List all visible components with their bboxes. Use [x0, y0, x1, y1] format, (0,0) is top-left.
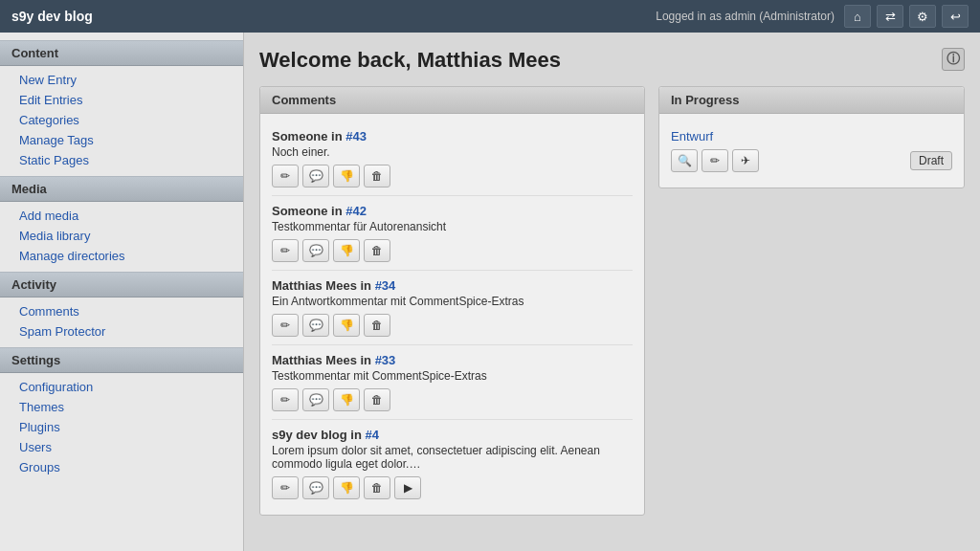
in-progress-actions: 🔍 ✏ ✈ Draft — [671, 149, 952, 172]
in-progress-panel-header: In Progress — [659, 87, 964, 114]
comment-author: Matthias Mees in #33 — [272, 353, 633, 367]
comment-actions: ✏ 💬 👎 🗑 — [272, 165, 633, 187]
next-comment-button[interactable]: ▶ — [394, 476, 421, 499]
draft-badge: Draft — [910, 151, 952, 170]
edit-comment-button[interactable]: ✏ — [272, 314, 299, 337]
comment-post-link[interactable]: #33 — [375, 353, 396, 367]
delete-comment-button[interactable]: 🗑 — [364, 239, 390, 262]
edit-comment-button[interactable]: ✏ — [272, 239, 299, 262]
sidebar-group-media: Media Add media Media library Manage dir… — [0, 176, 243, 266]
publish-entry-button[interactable]: ✈ — [732, 149, 759, 172]
reply-comment-button[interactable]: 💬 — [302, 388, 329, 411]
logout-icon-button[interactable]: ↩ — [942, 5, 969, 28]
edit-comment-button[interactable]: ✏ — [272, 388, 299, 411]
comment-author: Someone in #42 — [272, 204, 633, 218]
edit-comment-button[interactable]: ✏ — [272, 476, 299, 499]
flag-comment-button[interactable]: 👎 — [333, 476, 360, 499]
comments-panel-body: Someone in #43 Noch einer. ✏ 💬 👎 🗑 — [260, 114, 644, 515]
sidebar-item-categories[interactable]: Categories — [0, 110, 243, 130]
topbar: s9y dev blog Logged in as admin (Adminis… — [0, 0, 980, 33]
main-content: Welcome back, Matthias Mees ⓘ Comments S… — [244, 33, 980, 551]
sidebar-item-plugins[interactable]: Plugins — [0, 417, 243, 437]
delete-comment-button[interactable]: 🗑 — [364, 165, 390, 187]
layout: Content New Entry Edit Entries Categorie… — [0, 33, 980, 551]
comment-actions: ✏ 💬 👎 🗑 — [272, 314, 633, 337]
comment-author: Matthias Mees in #34 — [272, 278, 633, 293]
sidebar-group-content: Content New Entry Edit Entries Categorie… — [0, 40, 243, 170]
in-progress-entry-link[interactable]: Entwurf — [671, 129, 713, 143]
comment-post-link[interactable]: #34 — [375, 278, 396, 293]
in-progress-panel: In Progress Entwurf 🔍 ✏ ✈ Draft — [658, 86, 965, 188]
comment-text: Noch einer. — [272, 145, 633, 159]
page-title: Welcome back, Matthias Mees — [259, 48, 561, 73]
edit-entry-button[interactable]: ✏ — [702, 149, 728, 172]
comment-text: Lorem ipsum dolor sit amet, consectetuer… — [272, 444, 633, 471]
page-header: Welcome back, Matthias Mees ⓘ — [259, 48, 965, 73]
comment-post-link[interactable]: #4 — [366, 428, 379, 442]
sidebar-item-new-entry[interactable]: New Entry — [0, 70, 243, 90]
settings-icon-button[interactable]: ⚙ — [909, 5, 936, 28]
in-progress-item: Entwurf 🔍 ✏ ✈ Draft — [671, 121, 952, 180]
comment-text: Testkommentar mit CommentSpice-Extras — [272, 369, 633, 383]
comment-item: Someone in #42 Testkommentar für Autoren… — [272, 196, 633, 271]
sidebar-item-themes[interactable]: Themes — [0, 397, 243, 417]
comments-panel-header: Comments — [260, 87, 644, 114]
comment-item: Someone in #43 Noch einer. ✏ 💬 👎 🗑 — [272, 121, 633, 196]
comment-actions: ✏ 💬 👎 🗑 — [272, 388, 633, 411]
sidebar-group-activity: Activity Comments Spam Protector — [0, 272, 243, 342]
sidebar-group-settings: Settings Configuration Themes Plugins Us… — [0, 347, 243, 477]
sidebar-item-configuration[interactable]: Configuration — [0, 377, 243, 397]
sidebar-item-groups[interactable]: Groups — [0, 457, 243, 477]
sidebar-item-add-media[interactable]: Add media — [0, 206, 243, 226]
sidebar-item-edit-entries[interactable]: Edit Entries — [0, 90, 243, 110]
sidebar-section-settings: Settings — [0, 347, 243, 373]
reply-comment-button[interactable]: 💬 — [302, 239, 329, 262]
comment-author: s9y dev blog in #4 — [272, 428, 633, 442]
comment-post-link[interactable]: #43 — [345, 129, 367, 143]
comment-item: Matthias Mees in #34 Ein Antwortkommenta… — [272, 271, 633, 345]
delete-comment-button[interactable]: 🗑 — [364, 388, 390, 411]
flag-comment-button[interactable]: 👎 — [333, 388, 360, 411]
sidebar-item-media-library[interactable]: Media library — [0, 226, 243, 246]
sidebar: Content New Entry Edit Entries Categorie… — [0, 33, 244, 551]
home-icon-button[interactable]: ⌂ — [844, 5, 871, 28]
delete-comment-button[interactable]: 🗑 — [364, 476, 390, 499]
topbar-right: Logged in as admin (Administrator) ⌂ ⇄ ⚙… — [656, 5, 969, 28]
comment-item: Matthias Mees in #33 Testkommentar mit C… — [272, 345, 633, 420]
edit-comment-button[interactable]: ✏ — [272, 165, 299, 187]
sidebar-item-manage-directories[interactable]: Manage directories — [0, 246, 243, 266]
comment-text: Testkommentar für Autorenansicht — [272, 220, 633, 233]
in-progress-panel-body: Entwurf 🔍 ✏ ✈ Draft — [659, 114, 964, 187]
search-entry-button[interactable]: 🔍 — [671, 149, 698, 172]
content-columns: Comments Someone in #43 Noch einer. ✏ 💬 — [259, 86, 965, 516]
sidebar-section-media: Media — [0, 176, 243, 202]
reply-comment-button[interactable]: 💬 — [302, 476, 329, 499]
sidebar-item-static-pages[interactable]: Static Pages — [0, 150, 243, 170]
comment-post-link[interactable]: #42 — [345, 204, 367, 218]
comment-actions: ✏ 💬 👎 🗑 — [272, 239, 633, 262]
topbar-user-info: Logged in as admin (Administrator) — [656, 10, 835, 23]
reply-comment-button[interactable]: 💬 — [302, 165, 329, 187]
comments-panel: Comments Someone in #43 Noch einer. ✏ 💬 — [259, 86, 645, 516]
sidebar-section-activity: Activity — [0, 272, 243, 298]
sidebar-item-spam-protector[interactable]: Spam Protector — [0, 321, 243, 342]
sidebar-section-content: Content — [0, 40, 243, 66]
comment-author: Someone in #43 — [272, 129, 633, 143]
sidebar-item-manage-tags[interactable]: Manage Tags — [0, 130, 243, 150]
sidebar-item-comments[interactable]: Comments — [0, 301, 243, 321]
flag-comment-button[interactable]: 👎 — [333, 239, 360, 262]
info-button[interactable]: ⓘ — [942, 48, 965, 71]
share-icon-button[interactable]: ⇄ — [877, 5, 903, 28]
comment-actions: ✏ 💬 👎 🗑 ▶ — [272, 476, 633, 499]
comment-text: Ein Antwortkommentar mit CommentSpice-Ex… — [272, 295, 633, 308]
site-title: s9y dev blog — [11, 9, 93, 24]
reply-comment-button[interactable]: 💬 — [302, 314, 329, 337]
comments-column: Comments Someone in #43 Noch einer. ✏ 💬 — [259, 86, 645, 516]
flag-comment-button[interactable]: 👎 — [333, 165, 360, 187]
sidebar-item-users[interactable]: Users — [0, 437, 243, 457]
in-progress-column: In Progress Entwurf 🔍 ✏ ✈ Draft — [658, 86, 965, 516]
delete-comment-button[interactable]: 🗑 — [364, 314, 390, 337]
flag-comment-button[interactable]: 👎 — [333, 314, 360, 337]
comment-item: s9y dev blog in #4 Lorem ipsum dolor sit… — [272, 420, 633, 507]
